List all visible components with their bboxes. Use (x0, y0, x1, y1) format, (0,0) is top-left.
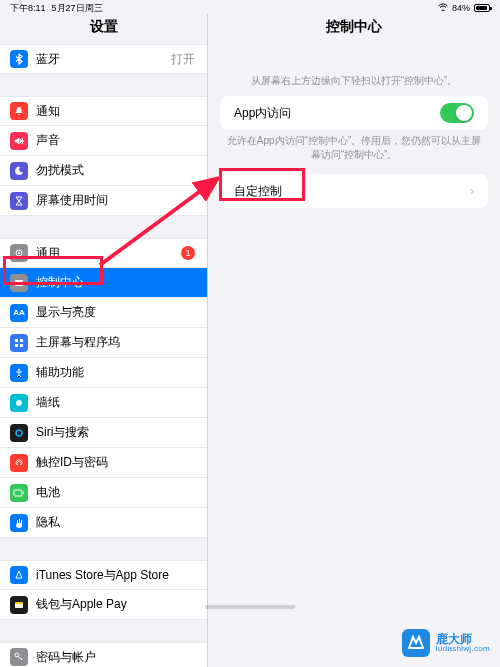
sidebar-item-screentime[interactable]: 屏幕使用时间 (0, 186, 207, 216)
watermark-url: ludashiwj.com (436, 645, 490, 653)
bell-icon (10, 102, 28, 120)
bluetooth-status: 打开 (171, 51, 195, 68)
sidebar-item-label: 通知 (36, 103, 195, 120)
sidebar-item-label: 屏幕使用时间 (36, 192, 195, 209)
svg-point-8 (18, 369, 20, 371)
sidebar-item-display[interactable]: AA 显示与亮度 (0, 298, 207, 328)
svg-rect-4 (15, 339, 18, 342)
swipe-hint: 从屏幕右上方边缘向下轻扫以打开“控制中心”。 (208, 44, 500, 96)
fingerprint-icon (10, 454, 28, 472)
sidebar-item-label: 蓝牙 (36, 51, 171, 68)
sidebar-item-control-center[interactable]: 控制中心 (0, 268, 207, 298)
battery-menu-icon (10, 484, 28, 502)
sidebar-item-label: 隐私 (36, 514, 195, 531)
sidebar-item-touchid[interactable]: 触控ID与密码 (0, 448, 207, 478)
detail-pane: 控制中心 从屏幕右上方边缘向下轻扫以打开“控制中心”。 App内访问 允许在Ap… (208, 0, 500, 667)
sidebar-item-label: 钱包与Apple Pay (36, 596, 195, 613)
sidebar-item-label: 声音 (36, 132, 195, 149)
sidebar-item-siri[interactable]: Siri与搜索 (0, 418, 207, 448)
svg-rect-14 (15, 602, 23, 604)
wifi-icon (438, 3, 448, 13)
status-date: 5月27日周三 (52, 2, 103, 15)
appstore-icon (10, 566, 28, 584)
sidebar-item-label: 墙纸 (36, 394, 195, 411)
sidebar-item-label: 触控ID与密码 (36, 454, 195, 471)
sidebar-item-label: 辅助功能 (36, 364, 195, 381)
sidebar-item-label: 主屏幕与程序坞 (36, 334, 195, 351)
sidebar-item-dnd[interactable]: 勿扰模式 (0, 156, 207, 186)
status-bar: 下午8:11 5月27日周三 84% (0, 0, 500, 14)
chevron-right-icon: › (470, 184, 474, 198)
svg-rect-7 (20, 344, 23, 347)
flower-icon (10, 394, 28, 412)
sidebar-item-label: 密码与帐户 (36, 649, 195, 666)
row-label: 自定控制 (234, 183, 470, 200)
sidebar-item-accessibility[interactable]: 辅助功能 (0, 358, 207, 388)
sidebar-item-battery[interactable]: 电池 (0, 478, 207, 508)
sidebar-item-wallet[interactable]: 钱包与Apple Pay (0, 590, 207, 620)
grid-icon (10, 334, 28, 352)
sidebar-item-label: 显示与亮度 (36, 304, 195, 321)
svg-point-1 (18, 252, 20, 254)
moon-icon (10, 162, 28, 180)
sidebar-item-general[interactable]: 通用 1 (0, 238, 207, 268)
bluetooth-icon (10, 50, 28, 68)
sidebar-item-label: 通用 (36, 245, 181, 262)
hourglass-icon (10, 192, 28, 210)
sidebar-item-label: 电池 (36, 484, 195, 501)
toggle-switch[interactable] (440, 103, 474, 123)
watermark-logo-icon (402, 629, 430, 657)
sidebar-item-privacy[interactable]: 隐私 (0, 508, 207, 538)
svg-rect-12 (23, 492, 24, 494)
sidebar-item-wallpaper[interactable]: 墙纸 (0, 388, 207, 418)
svg-rect-5 (20, 339, 23, 342)
sidebar-item-label: 控制中心 (36, 274, 195, 291)
battery-percent: 84% (452, 3, 470, 13)
svg-point-9 (16, 400, 22, 406)
sidebar-item-label: 勿扰模式 (36, 162, 195, 179)
sidebar-item-sound[interactable]: 声音 (0, 126, 207, 156)
sidebar-item-home[interactable]: 主屏幕与程序坞 (0, 328, 207, 358)
sidebar-item-itunes[interactable]: iTunes Store与App Store (0, 560, 207, 590)
row-label: App内访问 (234, 105, 440, 122)
sidebar-item-bluetooth[interactable]: 蓝牙 打开 (0, 44, 207, 74)
svg-rect-2 (15, 280, 23, 282)
svg-rect-6 (15, 344, 18, 347)
text-size-icon: AA (10, 304, 28, 322)
accessibility-icon (10, 364, 28, 382)
badge-count: 1 (181, 246, 195, 260)
svg-point-15 (15, 653, 19, 657)
speaker-icon (10, 132, 28, 150)
switches-icon (10, 274, 28, 292)
svg-point-10 (16, 430, 22, 436)
hand-icon (10, 514, 28, 532)
key-icon (10, 648, 28, 666)
home-indicator (205, 605, 295, 609)
app-access-footnote: 允许在App内访问“控制中心”。停用后，您仍然可以从主屏幕访问“控制中心”。 (208, 130, 500, 174)
row-customize[interactable]: 自定控制 › (220, 174, 488, 208)
row-app-access[interactable]: App内访问 (220, 96, 488, 130)
wallet-icon (10, 596, 28, 614)
svg-rect-3 (15, 284, 23, 286)
watermark: 鹿大师 ludashiwj.com (402, 629, 490, 657)
sidebar-item-label: iTunes Store与App Store (36, 567, 195, 584)
battery-icon (474, 4, 490, 12)
sidebar-item-accounts[interactable]: 密码与帐户 (0, 642, 207, 667)
sidebar-item-label: Siri与搜索 (36, 424, 195, 441)
svg-rect-11 (14, 490, 22, 496)
sidebar-item-notifications[interactable]: 通知 (0, 96, 207, 126)
siri-icon (10, 424, 28, 442)
gear-icon (10, 244, 28, 262)
status-time: 下午8:11 (10, 2, 46, 15)
settings-sidebar[interactable]: 设置 蓝牙 打开 通知 声音 勿扰模式 (0, 0, 208, 667)
